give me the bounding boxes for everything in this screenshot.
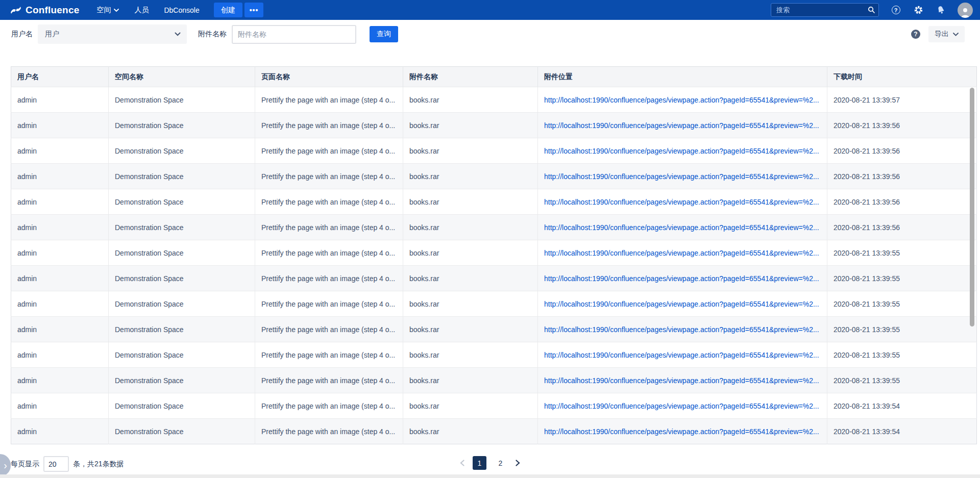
attachment-url-link[interactable]: http://localhost:1990/confluence/pages/v… — [544, 427, 819, 436]
time-cell: 2020-08-21 13:39:57 — [827, 87, 977, 113]
table-row: adminDemonstration SpacePrettify the pag… — [11, 291, 977, 317]
table-row: adminDemonstration SpacePrettify the pag… — [11, 317, 977, 342]
page-cell: Prettify the page with an image (step 4 … — [255, 368, 403, 393]
avatar[interactable] — [958, 3, 973, 18]
time-cell: 2020-08-21 13:39:55 — [827, 342, 977, 368]
time-cell: 2020-08-21 13:39:56 — [827, 138, 977, 164]
username-select-value: 用户 — [45, 30, 59, 39]
attachment-url-link[interactable]: http://localhost:1990/confluence/pages/v… — [544, 121, 819, 130]
attachment-url-link[interactable]: http://localhost:1990/confluence/pages/v… — [544, 198, 819, 206]
confluence-logo[interactable]: Confluence — [10, 5, 79, 16]
create-button[interactable]: 创建 — [214, 3, 242, 17]
gear-icon-svg — [914, 5, 923, 15]
table-row: adminDemonstration SpacePrettify the pag… — [11, 368, 977, 393]
url-cell: http://localhost:1990/confluence/pages/v… — [538, 419, 827, 444]
url-cell: http://localhost:1990/confluence/pages/v… — [538, 317, 827, 342]
username-select[interactable]: 用户 — [38, 24, 187, 44]
space-cell: Demonstration Space — [109, 368, 255, 393]
table-row: adminDemonstration SpacePrettify the pag… — [11, 393, 977, 419]
space-cell: Demonstration Space — [109, 266, 255, 291]
attachment-url-link[interactable]: http://localhost:1990/confluence/pages/v… — [544, 376, 819, 385]
bottom-strip — [0, 474, 980, 478]
table-row: adminDemonstration SpacePrettify the pag… — [11, 215, 977, 240]
attachment-url-link[interactable]: http://localhost:1990/confluence/pages/v… — [544, 249, 819, 257]
user-cell: admin — [11, 368, 109, 393]
prev-page-button[interactable] — [459, 459, 465, 467]
nav-item-people[interactable]: 人员 — [134, 6, 149, 15]
attachment-url-link[interactable]: http://localhost:1990/confluence/pages/v… — [544, 147, 819, 155]
user-cell: admin — [11, 113, 109, 138]
time-cell: 2020-08-21 13:39:56 — [827, 215, 977, 240]
column-header: 附件位置 — [538, 67, 827, 87]
url-cell: http://localhost:1990/confluence/pages/v… — [538, 215, 827, 240]
page-button-1[interactable]: 1 — [473, 456, 486, 470]
time-cell: 2020-08-21 13:39:54 — [827, 393, 977, 419]
table-row: adminDemonstration SpacePrettify the pag… — [11, 240, 977, 266]
chevron-left-icon — [460, 460, 464, 466]
attachment-url-link[interactable]: http://localhost:1990/confluence/pages/v… — [544, 223, 819, 232]
attachment-name-input[interactable] — [232, 25, 356, 44]
table-header-row: 用户名空间名称页面名称附件名称附件位置下载时间 — [11, 67, 977, 87]
table-row: adminDemonstration SpacePrettify the pag… — [11, 419, 977, 444]
gear-icon[interactable] — [913, 5, 924, 16]
attachment-url-link[interactable]: http://localhost:1990/confluence/pages/v… — [544, 96, 819, 104]
table-row: adminDemonstration SpacePrettify the pag… — [11, 266, 977, 291]
attachment-cell: books.rar — [403, 189, 538, 215]
help-icon[interactable]: ? — [890, 5, 901, 16]
attachment-name-label: 附件名称 — [198, 30, 227, 39]
user-cell: admin — [11, 215, 109, 240]
table-row: adminDemonstration SpacePrettify the pag… — [11, 342, 977, 368]
page-cell: Prettify the page with an image (step 4 … — [255, 138, 403, 164]
column-header: 页面名称 — [255, 67, 403, 87]
url-cell: http://localhost:1990/confluence/pages/v… — [538, 189, 827, 215]
attachment-cell: books.rar — [403, 240, 538, 266]
search-input[interactable] — [771, 3, 879, 17]
time-cell: 2020-08-21 13:39:55 — [827, 317, 977, 342]
page-cell: Prettify the page with an image (step 4 … — [255, 189, 403, 215]
time-cell: 2020-08-21 13:39:56 — [827, 113, 977, 138]
url-cell: http://localhost:1990/confluence/pages/v… — [538, 291, 827, 317]
help-icon-dark[interactable]: ? — [911, 30, 920, 39]
space-cell: Demonstration Space — [109, 419, 255, 444]
logo-text: Confluence — [26, 5, 79, 16]
page-cell: Prettify the page with an image (step 4 … — [255, 291, 403, 317]
next-page-button[interactable] — [514, 459, 521, 467]
table-row: adminDemonstration SpacePrettify the pag… — [11, 113, 977, 138]
export-button[interactable]: 导出 — [928, 26, 965, 42]
attachment-url-link[interactable]: http://localhost:1990/confluence/pages/v… — [544, 351, 819, 359]
space-cell: Demonstration Space — [109, 240, 255, 266]
more-actions-button[interactable]: ••• — [244, 3, 264, 17]
column-header: 空间名称 — [109, 67, 255, 87]
user-cell: admin — [11, 164, 109, 189]
table-row: adminDemonstration SpacePrettify the pag… — [11, 87, 977, 113]
user-cell: admin — [11, 87, 109, 113]
url-cell: http://localhost:1990/confluence/pages/v… — [538, 368, 827, 393]
page-cell: Prettify the page with an image (step 4 … — [255, 87, 403, 113]
time-cell: 2020-08-21 13:39:55 — [827, 266, 977, 291]
downloads-table-container: 用户名空间名称页面名称附件名称附件位置下载时间 adminDemonstrati… — [11, 66, 976, 444]
search-icon[interactable] — [867, 6, 875, 14]
attachment-url-link[interactable]: http://localhost:1990/confluence/pages/v… — [544, 402, 819, 410]
table-scrollbar[interactable] — [970, 88, 974, 326]
attachment-url-link[interactable]: http://localhost:1990/confluence/pages/v… — [544, 274, 819, 283]
user-cell: admin — [11, 266, 109, 291]
navbar-right: ? — [771, 3, 973, 18]
page-button-2[interactable]: 2 — [494, 456, 507, 470]
attachment-url-link[interactable]: http://localhost:1990/confluence/pages/v… — [544, 300, 819, 308]
page-cell: Prettify the page with an image (step 4 … — [255, 240, 403, 266]
user-cell: admin — [11, 138, 109, 164]
attachment-cell: books.rar — [403, 291, 538, 317]
query-button[interactable]: 查询 — [370, 26, 398, 42]
page-cell: Prettify the page with an image (step 4 … — [255, 393, 403, 419]
nav-item-label: DbConsole — [164, 6, 199, 14]
time-cell: 2020-08-21 13:39:55 — [827, 291, 977, 317]
user-cell: admin — [11, 393, 109, 419]
page-number-list: 12 — [473, 456, 507, 470]
nav-item-dbconsole[interactable]: DbConsole — [164, 6, 199, 14]
attachment-url-link[interactable]: http://localhost:1990/confluence/pages/v… — [544, 172, 819, 181]
time-cell: 2020-08-21 13:39:56 — [827, 189, 977, 215]
table-row: adminDemonstration SpacePrettify the pag… — [11, 164, 977, 189]
nav-item-spaces[interactable]: 空间 — [96, 6, 119, 15]
bell-icon[interactable] — [935, 5, 946, 16]
attachment-url-link[interactable]: http://localhost:1990/confluence/pages/v… — [544, 325, 819, 334]
